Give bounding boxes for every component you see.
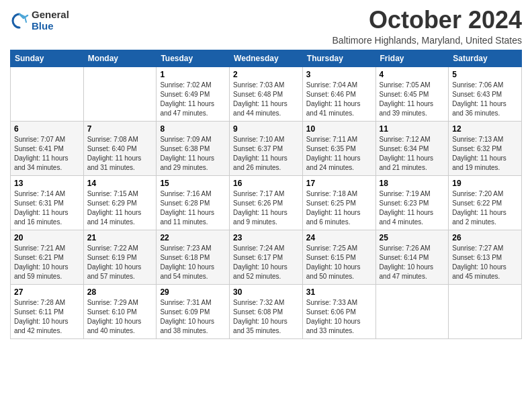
day-number: 9 [233, 124, 299, 134]
day-number: 11 [380, 124, 445, 134]
calendar-cell: 4Sunrise: 7:05 AM Sunset: 6:45 PM Daylig… [375, 66, 449, 121]
day-detail: Sunrise: 7:07 AM Sunset: 6:41 PM Dayligh… [14, 135, 80, 173]
calendar-cell: 7Sunrise: 7:08 AM Sunset: 6:40 PM Daylig… [83, 121, 157, 175]
day-number: 10 [306, 124, 372, 134]
day-detail: Sunrise: 7:02 AM Sunset: 6:49 PM Dayligh… [160, 81, 226, 118]
day-detail: Sunrise: 7:27 AM Sunset: 6:13 PM Dayligh… [452, 244, 518, 281]
weekday-row: SundayMondayTuesdayWednesdayThursdayFrid… [11, 50, 522, 66]
calendar-cell: 24Sunrise: 7:25 AM Sunset: 6:15 PM Dayli… [302, 230, 375, 284]
calendar-cell: 12Sunrise: 7:13 AM Sunset: 6:32 PM Dayli… [449, 121, 522, 175]
day-number: 1 [160, 70, 226, 79]
day-detail: Sunrise: 7:20 AM Sunset: 6:22 PM Dayligh… [452, 189, 518, 227]
calendar-cell: 31Sunrise: 7:33 AM Sunset: 6:06 PM Dayli… [302, 284, 375, 338]
day-number: 5 [452, 70, 518, 79]
calendar-table: SundayMondayTuesdayWednesdayThursdayFrid… [10, 50, 522, 339]
weekday-header: Thursday [302, 50, 375, 66]
calendar-cell [375, 284, 449, 338]
calendar-week-row: 27Sunrise: 7:28 AM Sunset: 6:11 PM Dayli… [11, 284, 522, 338]
weekday-header: Wednesday [230, 50, 303, 66]
day-detail: Sunrise: 7:04 AM Sunset: 6:46 PM Dayligh… [306, 81, 372, 118]
calendar-cell: 26Sunrise: 7:27 AM Sunset: 6:13 PM Dayli… [449, 230, 522, 284]
calendar-cell: 1Sunrise: 7:02 AM Sunset: 6:49 PM Daylig… [157, 66, 230, 121]
day-number: 6 [14, 124, 80, 134]
calendar-cell [11, 66, 84, 121]
day-detail: Sunrise: 7:03 AM Sunset: 6:48 PM Dayligh… [233, 81, 299, 118]
day-detail: Sunrise: 7:19 AM Sunset: 6:23 PM Dayligh… [380, 189, 445, 227]
day-detail: Sunrise: 7:14 AM Sunset: 6:31 PM Dayligh… [14, 189, 80, 227]
weekday-header: Monday [83, 50, 157, 66]
calendar-cell: 15Sunrise: 7:16 AM Sunset: 6:28 PM Dayli… [157, 175, 230, 230]
location-subtitle: Baltimore Highlands, Maryland, United St… [332, 35, 522, 46]
day-number: 31 [306, 287, 372, 297]
calendar-header: SundayMondayTuesdayWednesdayThursdayFrid… [11, 50, 522, 66]
day-number: 8 [160, 124, 226, 134]
day-detail: Sunrise: 7:31 AM Sunset: 6:09 PM Dayligh… [160, 298, 226, 336]
calendar-cell: 2Sunrise: 7:03 AM Sunset: 6:48 PM Daylig… [230, 66, 303, 121]
calendar-body: 1Sunrise: 7:02 AM Sunset: 6:49 PM Daylig… [11, 66, 522, 338]
day-number: 16 [233, 179, 299, 188]
calendar-cell: 10Sunrise: 7:11 AM Sunset: 6:35 PM Dayli… [302, 121, 375, 175]
day-detail: Sunrise: 7:10 AM Sunset: 6:37 PM Dayligh… [233, 135, 299, 173]
calendar-cell: 27Sunrise: 7:28 AM Sunset: 6:11 PM Dayli… [11, 284, 84, 338]
calendar-cell: 23Sunrise: 7:24 AM Sunset: 6:17 PM Dayli… [230, 230, 303, 284]
day-detail: Sunrise: 7:26 AM Sunset: 6:14 PM Dayligh… [380, 244, 445, 281]
day-detail: Sunrise: 7:32 AM Sunset: 6:08 PM Dayligh… [233, 298, 299, 336]
day-detail: Sunrise: 7:11 AM Sunset: 6:35 PM Dayligh… [306, 135, 372, 173]
calendar-cell [83, 66, 157, 121]
calendar-cell: 16Sunrise: 7:17 AM Sunset: 6:26 PM Dayli… [230, 175, 303, 230]
day-detail: Sunrise: 7:24 AM Sunset: 6:17 PM Dayligh… [233, 244, 299, 281]
day-detail: Sunrise: 7:18 AM Sunset: 6:25 PM Dayligh… [306, 189, 372, 227]
day-number: 28 [87, 287, 153, 297]
day-number: 25 [380, 233, 445, 242]
calendar-cell: 13Sunrise: 7:14 AM Sunset: 6:31 PM Dayli… [11, 175, 84, 230]
day-detail: Sunrise: 7:12 AM Sunset: 6:34 PM Dayligh… [380, 135, 445, 173]
calendar-cell: 3Sunrise: 7:04 AM Sunset: 6:46 PM Daylig… [302, 66, 375, 121]
day-detail: Sunrise: 7:23 AM Sunset: 6:18 PM Dayligh… [160, 244, 226, 281]
day-number: 3 [306, 70, 372, 79]
day-number: 4 [380, 70, 445, 79]
day-number: 17 [306, 179, 372, 188]
logo-text: General Blue [32, 9, 69, 32]
day-number: 18 [380, 179, 445, 188]
header: General Blue October 2024 Baltimore High… [10, 7, 522, 46]
day-detail: Sunrise: 7:05 AM Sunset: 6:45 PM Dayligh… [380, 81, 445, 118]
calendar-cell: 28Sunrise: 7:29 AM Sunset: 6:10 PM Dayli… [83, 284, 157, 338]
calendar-week-row: 6Sunrise: 7:07 AM Sunset: 6:41 PM Daylig… [11, 121, 522, 175]
day-number: 12 [452, 124, 518, 134]
weekday-header: Tuesday [157, 50, 230, 66]
day-detail: Sunrise: 7:13 AM Sunset: 6:32 PM Dayligh… [452, 135, 518, 173]
logo-icon [10, 11, 29, 30]
day-detail: Sunrise: 7:06 AM Sunset: 6:43 PM Dayligh… [452, 81, 518, 118]
calendar-cell: 17Sunrise: 7:18 AM Sunset: 6:25 PM Dayli… [302, 175, 375, 230]
weekday-header: Saturday [449, 50, 522, 66]
calendar-week-row: 13Sunrise: 7:14 AM Sunset: 6:31 PM Dayli… [11, 175, 522, 230]
calendar-week-row: 20Sunrise: 7:21 AM Sunset: 6:21 PM Dayli… [11, 230, 522, 284]
day-number: 14 [87, 179, 153, 188]
day-detail: Sunrise: 7:28 AM Sunset: 6:11 PM Dayligh… [14, 298, 80, 336]
calendar-cell: 21Sunrise: 7:22 AM Sunset: 6:19 PM Dayli… [83, 230, 157, 284]
calendar-cell: 6Sunrise: 7:07 AM Sunset: 6:41 PM Daylig… [11, 121, 84, 175]
calendar-cell: 19Sunrise: 7:20 AM Sunset: 6:22 PM Dayli… [449, 175, 522, 230]
day-detail: Sunrise: 7:21 AM Sunset: 6:21 PM Dayligh… [14, 244, 80, 281]
month-title: October 2024 [332, 7, 522, 34]
day-detail: Sunrise: 7:15 AM Sunset: 6:29 PM Dayligh… [87, 189, 153, 227]
calendar-cell: 25Sunrise: 7:26 AM Sunset: 6:14 PM Dayli… [375, 230, 449, 284]
calendar-cell: 22Sunrise: 7:23 AM Sunset: 6:18 PM Dayli… [157, 230, 230, 284]
calendar-cell: 20Sunrise: 7:21 AM Sunset: 6:21 PM Dayli… [11, 230, 84, 284]
title-area: October 2024 Baltimore Highlands, Maryla… [332, 7, 522, 46]
day-number: 23 [233, 233, 299, 242]
day-detail: Sunrise: 7:29 AM Sunset: 6:10 PM Dayligh… [87, 298, 153, 336]
weekday-header: Sunday [11, 50, 84, 66]
calendar-cell: 8Sunrise: 7:09 AM Sunset: 6:38 PM Daylig… [157, 121, 230, 175]
weekday-header: Friday [375, 50, 449, 66]
day-number: 29 [160, 287, 226, 297]
calendar-cell: 29Sunrise: 7:31 AM Sunset: 6:09 PM Dayli… [157, 284, 230, 338]
calendar-cell: 9Sunrise: 7:10 AM Sunset: 6:37 PM Daylig… [230, 121, 303, 175]
day-detail: Sunrise: 7:08 AM Sunset: 6:40 PM Dayligh… [87, 135, 153, 173]
calendar-cell [449, 284, 522, 338]
day-number: 30 [233, 287, 299, 297]
day-detail: Sunrise: 7:17 AM Sunset: 6:26 PM Dayligh… [233, 189, 299, 227]
day-number: 13 [14, 179, 80, 188]
day-number: 20 [14, 233, 80, 242]
day-detail: Sunrise: 7:25 AM Sunset: 6:15 PM Dayligh… [306, 244, 372, 281]
